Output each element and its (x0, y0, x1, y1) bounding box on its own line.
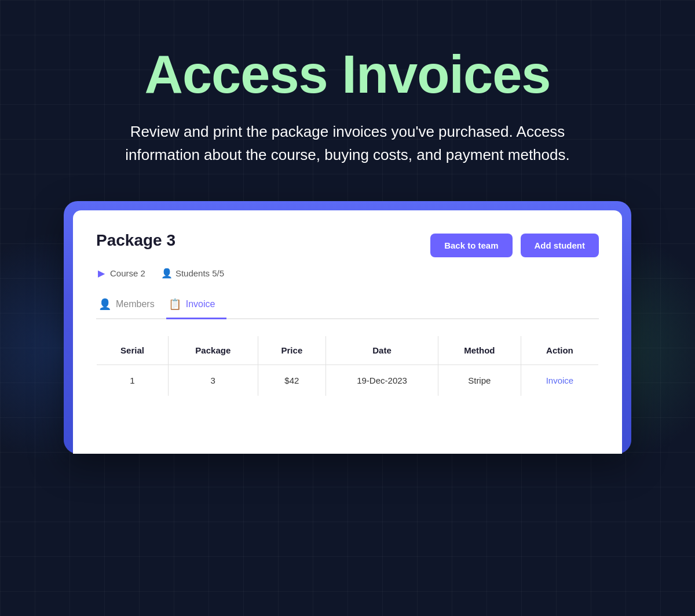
table-row: 1 3 $42 19-Dec-2023 Stripe Invoice (97, 365, 599, 396)
card-actions: Back to team Add student (430, 234, 599, 257)
members-tab-icon: 👤 (98, 298, 111, 311)
invoice-action-link[interactable]: Invoice (546, 376, 574, 385)
tab-invoice[interactable]: 📋 Invoice (166, 292, 227, 319)
td-package: 3 (169, 365, 258, 396)
course-meta: ▶ Course 2 (96, 268, 145, 278)
td-date: 19-Dec-2023 (326, 365, 438, 396)
table-header-row: Serial Package Price Date Method Action (97, 336, 599, 365)
th-serial: Serial (97, 336, 169, 365)
tab-members[interactable]: 👤 Members (96, 292, 166, 319)
td-price: $42 (258, 365, 326, 396)
card-meta: ▶ Course 2 👤 Students 5/5 (96, 268, 599, 278)
card-inner: Package 3 Back to team Add student ▶ Cou… (73, 210, 622, 454)
th-date: Date (326, 336, 438, 365)
page-title: Access Invoices (144, 46, 550, 103)
add-student-button[interactable]: Add student (521, 234, 599, 257)
students-label: Students 5/5 (175, 268, 224, 278)
students-icon: 👤 (162, 268, 172, 278)
page-container: Access Invoices Review and print the pac… (0, 0, 695, 454)
invoice-tab-icon: 📋 (169, 298, 181, 311)
th-package: Package (169, 336, 258, 365)
course-label: Course 2 (110, 268, 145, 278)
tab-invoice-label: Invoice (186, 299, 215, 309)
th-price: Price (258, 336, 326, 365)
card-header: Package 3 Back to team Add student (96, 231, 599, 257)
students-meta: 👤 Students 5/5 (162, 268, 224, 278)
td-action: Invoice (521, 365, 598, 396)
hero-subtitle: Review and print the package invoices yo… (122, 120, 573, 167)
invoice-table: Serial Package Price Date Method Action … (96, 336, 599, 396)
back-to-team-button[interactable]: Back to team (430, 234, 512, 257)
course-icon: ▶ (96, 268, 107, 278)
package-title: Package 3 (96, 231, 175, 250)
th-action: Action (521, 336, 598, 365)
th-method: Method (438, 336, 521, 365)
td-method: Stripe (438, 365, 521, 396)
tab-members-label: Members (116, 299, 155, 309)
card-outer: Package 3 Back to team Add student ▶ Cou… (64, 201, 631, 454)
td-serial: 1 (97, 365, 169, 396)
tabs-container: 👤 Members 📋 Invoice (96, 292, 599, 319)
